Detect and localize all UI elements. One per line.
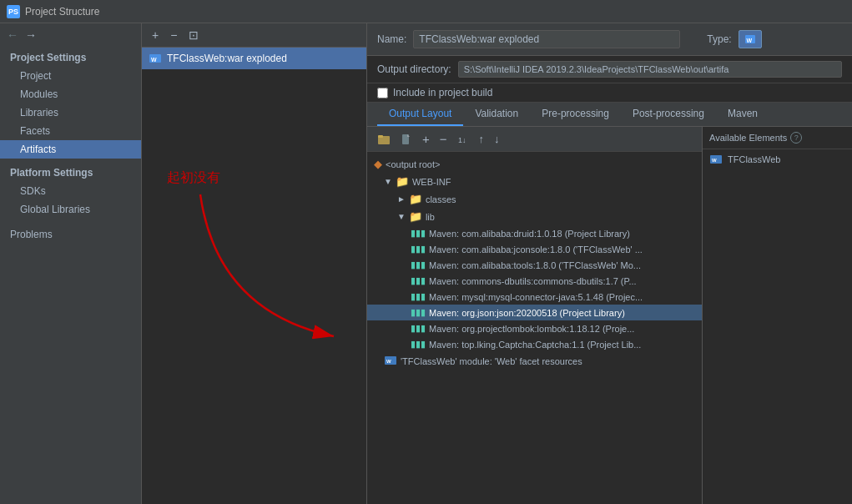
library-icon-lombok: ▮▮▮ (411, 323, 426, 334)
available-item-icon: W (709, 154, 723, 165)
lib-jconsole-label: Maven: com.alibaba:jconsole:1.8.0 ('TFCl… (429, 244, 643, 255)
platform-settings-header: Platform Settings (0, 159, 141, 182)
annotation-text: 起初没有 (167, 169, 220, 187)
tab-maven[interactable]: Maven (716, 103, 769, 126)
lib-json-label: Maven: org.json:json:20200518 (Project L… (429, 308, 625, 318)
artifact-item-tfclassweb[interactable]: W TFClassWeb:war exploded (142, 48, 366, 69)
tab-output-layout[interactable]: Output Layout (377, 103, 463, 126)
sidebar-item-global-libraries[interactable]: Global Libraries (0, 200, 141, 219)
web-resources-icon: W (384, 355, 397, 366)
library-icon-druid: ▮▮▮ (411, 228, 426, 239)
sidebar-item-project[interactable]: Project (0, 67, 141, 85)
tree-item-web-facet[interactable]: W 'TFClassWeb' module: 'Web' facet resou… (367, 352, 702, 370)
layout-btn-sort[interactable]: 1↓ (454, 132, 472, 147)
sort-icon: 1↓ (457, 134, 469, 145)
expand-arrow-webinf: ▼ (384, 177, 392, 186)
tree-item-lib-json[interactable]: ▮▮▮ Maven: org.json:json:20200518 (Proje… (367, 305, 702, 320)
tree-item-lib-jconsole[interactable]: ▮▮▮ Maven: com.alibaba:jconsole:1.8.0 ('… (367, 241, 702, 257)
title-bar-text: Project Structure (25, 6, 99, 18)
name-input[interactable] (413, 30, 680, 48)
output-directory-label: Output directory: (377, 63, 451, 75)
remove-artifact-button[interactable]: − (167, 27, 180, 43)
tree-item-lib[interactable]: ▼ 📁 lib (367, 208, 702, 225)
artifact-panel: + − ⊡ W TFClassWeb:war exploded 起初没有 (142, 23, 367, 504)
tree-item-webinf[interactable]: ▼ 📁 WEB-INF (367, 173, 702, 190)
layout-toolbar: + − 1↓ ↑ ↓ (367, 127, 702, 152)
name-label: Name: (377, 33, 406, 45)
folder-icon (377, 133, 391, 146)
artifact-item-label: TFClassWeb:war exploded (167, 53, 287, 64)
main-container: ← → Project Settings Project Modules Lib… (0, 23, 852, 504)
layout-btn-up[interactable]: ↑ (476, 131, 488, 147)
available-item-label: TFClassWeb (728, 154, 780, 164)
web-facet-icon: W (384, 355, 397, 368)
library-icon-json: ▮▮▮ (411, 307, 426, 318)
right-panel: Name: Type: W Output directory: Include (367, 23, 852, 504)
expand-arrow-lib: ▼ (397, 212, 406, 221)
back-arrow[interactable]: ← (7, 28, 18, 42)
layout-tree: ◆ <output root> ▼ 📁 WEB-INF ► 📁 classes (367, 152, 702, 504)
tree-item-lib-tools[interactable]: ▮▮▮ Maven: com.alibaba:tools:1.8.0 ('TFC… (367, 257, 702, 273)
type-value[interactable]: W (739, 30, 762, 48)
sidebar: ← → Project Settings Project Modules Lib… (0, 23, 142, 504)
sidebar-item-libraries[interactable]: Libraries (0, 103, 141, 122)
forward-arrow[interactable]: → (25, 28, 37, 42)
lib-tools-label: Maven: com.alibaba:tools:1.8.0 ('TFClass… (429, 260, 641, 270)
include-in-build-row: Include in project build (367, 83, 852, 103)
nav-arrows: ← → (0, 23, 141, 47)
artifact-toolbar: + − ⊡ (142, 23, 366, 48)
root-icon: ◆ (374, 158, 382, 170)
tree-item-lib-captcha[interactable]: ▮▮▮ Maven: top.lking.Captcha:Captcha:1.1… (367, 336, 702, 352)
tree-item-lib-druid[interactable]: ▮▮▮ Maven: com.alibaba:druid:1.0.18 (Pro… (367, 225, 702, 241)
layout-btn-add[interactable]: + (419, 130, 433, 148)
type-field-row: Type: W (690, 30, 761, 48)
expand-arrow-classes: ► (397, 194, 406, 204)
annotation-area: 起初没有 (142, 69, 366, 504)
folder-icon-webinf: 📁 (396, 175, 409, 188)
tree-item-lib-mysql[interactable]: ▮▮▮ Maven: mysql:mysql-connector-java:5.… (367, 289, 702, 305)
tab-post-processing[interactable]: Post-processing (621, 103, 716, 126)
artifact-war-icon: W (149, 52, 162, 65)
available-item-tfclassweb[interactable]: W TFClassWeb (703, 149, 852, 169)
tab-pre-processing[interactable]: Pre-processing (530, 103, 621, 126)
include-in-build-label: Include in project build (393, 87, 492, 98)
copy-artifact-button[interactable]: ⊡ (185, 27, 202, 43)
layout-btn-file[interactable] (397, 132, 416, 147)
add-artifact-button[interactable]: + (149, 27, 162, 43)
lib-lombok-label: Maven: org.projectlombok:lombok:1.18.12 … (429, 324, 634, 334)
type-label: Type: (707, 33, 731, 45)
tabs-bar: Output Layout Validation Pre-processing … (367, 103, 852, 127)
available-elements-header: Available Elements ? (703, 127, 852, 149)
tree-item-lib-lombok[interactable]: ▮▮▮ Maven: org.projectlombok:lombok:1.18… (367, 320, 702, 336)
artifact-name-type-row: Name: Type: W (367, 23, 852, 56)
lib-captcha-label: Maven: top.lking.Captcha:Captcha:1.1 (Pr… (429, 340, 641, 350)
tree-item-output-root[interactable]: ◆ <output root> (367, 155, 702, 173)
tab-validation[interactable]: Validation (463, 103, 530, 126)
sidebar-item-artifacts[interactable]: Artifacts (0, 140, 141, 159)
output-directory-input[interactable] (458, 61, 842, 78)
webinf-label: WEB-INF (412, 177, 451, 187)
file-icon (401, 134, 412, 145)
tree-item-classes[interactable]: ► 📁 classes (367, 190, 702, 208)
title-bar-icon: PS (7, 5, 20, 18)
war-type-icon: W (744, 33, 756, 45)
library-icon-captcha: ▮▮▮ (411, 339, 426, 350)
svg-text:W: W (386, 359, 391, 364)
sidebar-item-sdks[interactable]: SDKs (0, 182, 141, 200)
sidebar-item-modules[interactable]: Modules (0, 85, 141, 103)
sidebar-item-facets[interactable]: Facets (0, 122, 141, 140)
sidebar-item-problems[interactable]: Problems (0, 225, 141, 244)
lib-label: lib (426, 212, 435, 222)
output-directory-row: Output directory: (367, 56, 852, 83)
layout-btn-down[interactable]: ↓ (491, 131, 503, 147)
include-in-build-checkbox[interactable] (377, 88, 388, 98)
folder-icon-lib: 📁 (409, 210, 422, 223)
library-icon-tools: ▮▮▮ (411, 260, 426, 270)
svg-text:W: W (151, 57, 157, 63)
tree-item-lib-dbutils[interactable]: ▮▮▮ Maven: commons-dbutils:commons-dbuti… (367, 273, 702, 289)
web-facet-label: 'TFClassWeb' module: 'Web' facet resourc… (401, 356, 582, 366)
help-icon[interactable]: ? (790, 132, 802, 144)
layout-btn-remove[interactable]: − (436, 130, 451, 148)
output-root-label: <output root> (386, 159, 440, 169)
layout-btn-folder[interactable] (374, 131, 394, 148)
